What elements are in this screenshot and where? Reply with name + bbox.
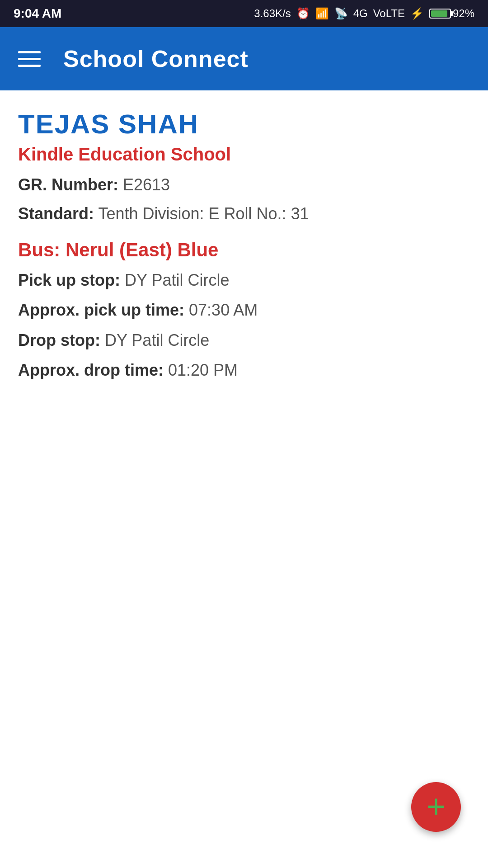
plus-icon: +	[427, 790, 446, 822]
bus-name: Bus: Nerul (East) Blue	[18, 239, 470, 261]
charging-icon: ⚡	[410, 7, 424, 20]
volte-icon: VoLTE	[373, 7, 405, 20]
drop-time-label: Approx. drop time:	[18, 361, 164, 379]
bus-route-name: Nerul (East) Blue	[66, 239, 218, 260]
drop-time-row: Approx. drop time: 01:20 PM	[18, 359, 470, 382]
standard-row: Standard: Tenth Division: E Roll No.: 31	[18, 203, 470, 225]
status-bar: 9:04 AM 3.63K/s ⏰ 📶 📡 4G VoLTE ⚡ 92%	[0, 0, 488, 27]
pickup-time-label: Approx. pick up time:	[18, 301, 184, 319]
gr-label: GR. Number:	[18, 175, 118, 194]
app-title: School Connect	[63, 45, 249, 72]
drop-stop-label: Drop stop:	[18, 331, 100, 349]
battery-bar	[429, 9, 451, 19]
alarm-icon: ⏰	[296, 7, 310, 20]
main-content: TEJAS SHAH Kindle Education School GR. N…	[0, 90, 488, 868]
pickup-time-row: Approx. pick up time: 07:30 AM	[18, 299, 470, 321]
division-label-text: Division:	[142, 204, 204, 223]
rollno-label-text: Roll No.:	[224, 204, 286, 223]
gr-value: E2613	[123, 175, 170, 194]
status-time: 9:04 AM	[14, 6, 61, 21]
standard-label: Standard:	[18, 204, 94, 223]
network-type: 4G	[353, 7, 368, 20]
network-speed: 3.63K/s	[254, 7, 291, 20]
hamburger-line-1	[18, 51, 41, 53]
status-right: 3.63K/s ⏰ 📶 📡 4G VoLTE ⚡ 92%	[254, 7, 474, 20]
wifi-icon: 📶	[315, 7, 329, 20]
battery-indicator: 92%	[429, 7, 474, 20]
pickup-stop-row: Pick up stop: DY Patil Circle	[18, 269, 470, 292]
signal-icon: 📡	[334, 7, 348, 20]
battery-fill	[431, 10, 447, 17]
drop-stop-value: DY Patil Circle	[105, 331, 209, 349]
pickup-stop-value: DY Patil Circle	[125, 271, 229, 289]
menu-button[interactable]	[18, 51, 41, 67]
hamburger-line-3	[18, 65, 41, 67]
fab-add-button[interactable]: +	[411, 782, 461, 832]
battery-percent: 92%	[453, 7, 474, 20]
student-name: TEJAS SHAH	[18, 108, 470, 140]
drop-time-value: 01:20 PM	[168, 361, 238, 379]
gr-number-row: GR. Number: E2613	[18, 174, 470, 196]
pickup-time-value: 07:30 AM	[189, 301, 258, 319]
school-name: Kindle Education School	[18, 144, 470, 165]
drop-stop-row: Drop stop: DY Patil Circle	[18, 329, 470, 352]
app-header: School Connect	[0, 27, 488, 90]
pickup-stop-label: Pick up stop:	[18, 271, 120, 289]
hamburger-line-2	[18, 58, 41, 60]
